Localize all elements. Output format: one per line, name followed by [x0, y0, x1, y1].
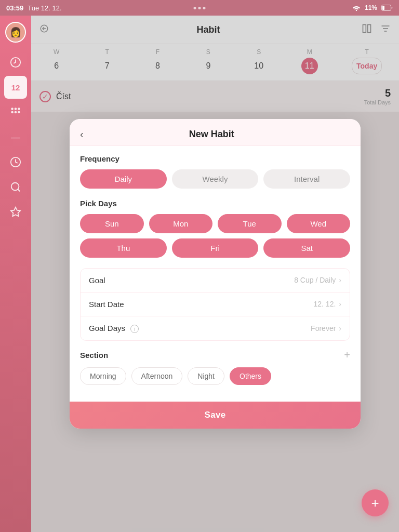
start-date-row[interactable]: Start Date 12. 12. › [81, 292, 350, 316]
status-date: Tue 12. 12. [28, 4, 61, 12]
svg-marker-13 [11, 207, 20, 216]
svg-point-0 [356, 10, 357, 11]
day-fri-button[interactable]: Fri [172, 238, 259, 258]
tag-night[interactable]: Night [188, 367, 224, 385]
wifi-icon [352, 5, 361, 11]
start-date-value: 12. 12. [314, 300, 336, 308]
battery-icon [381, 5, 393, 11]
status-time: 03:59 [6, 4, 23, 12]
svg-point-6 [18, 108, 20, 110]
start-date-chevron: › [339, 300, 341, 308]
section-label: Section [80, 351, 108, 360]
svg-point-7 [11, 111, 14, 114]
goal-row[interactable]: Goal 8 Cup / Daily › [81, 269, 350, 292]
goal-days-info-icon: i [130, 325, 139, 333]
section-add-button[interactable]: + [344, 349, 350, 361]
svg-line-12 [18, 189, 20, 191]
sidebar-item-tag[interactable] [4, 201, 27, 223]
frequency-buttons: Daily Weekly Interval [80, 169, 350, 189]
day-wed-button[interactable]: Wed [287, 214, 351, 233]
day-tue-button[interactable]: Tue [218, 214, 282, 233]
svg-point-5 [15, 108, 17, 110]
freq-weekly-button[interactable]: Weekly [172, 169, 259, 189]
history-icon [10, 57, 21, 68]
goal-days-row[interactable]: Goal Days i Forever › [81, 316, 350, 341]
svg-point-4 [11, 108, 14, 110]
goal-label: Goal [89, 276, 294, 285]
status-dots [194, 7, 206, 9]
main-content: Habit W 6 T 7 F [31, 16, 399, 532]
goal-days-label: Goal Days i [89, 324, 311, 334]
section-tags: Morning Afternoon Night Others [80, 367, 350, 385]
day-thu-button[interactable]: Thu [80, 238, 167, 258]
day-mon-button[interactable]: Mon [149, 214, 213, 233]
modal-overlay: ‹ New Habit Frequency Daily Weekly Inter… [31, 16, 399, 532]
fab-icon: + [371, 495, 379, 511]
save-button[interactable]: Save [70, 402, 361, 429]
avatar-face: 👩 [6, 23, 25, 42]
days-grid: Sun Mon Tue Wed Thu Fri Sat [80, 214, 350, 258]
modal-back-button[interactable]: ‹ [80, 128, 84, 140]
sidebar-item-history[interactable] [4, 51, 27, 74]
start-date-label: Start Date [89, 300, 314, 309]
sidebar-item-apps[interactable] [4, 101, 27, 124]
apps-icon [10, 107, 21, 118]
avatar[interactable]: 👩 [5, 22, 26, 43]
svg-point-8 [15, 111, 17, 114]
modal-title: New Habit [90, 129, 334, 140]
calendar-icon: 12 [11, 83, 20, 92]
tag-morning[interactable]: Morning [80, 367, 126, 385]
svg-point-9 [18, 111, 20, 114]
freq-daily-button[interactable]: Daily [80, 169, 167, 189]
day-sun-button[interactable]: Sun [80, 214, 144, 233]
day-sat-button[interactable]: Sat [263, 238, 350, 258]
svg-point-11 [11, 183, 19, 191]
tag-afternoon[interactable]: Afternoon [131, 367, 183, 385]
sidebar-item-search[interactable] [4, 176, 27, 198]
fab-button[interactable]: + [362, 489, 389, 516]
section-header: Section + [80, 349, 350, 361]
frequency-label: Frequency [80, 154, 350, 163]
battery-level: 11% [365, 4, 377, 11]
new-habit-modal: ‹ New Habit Frequency Daily Weekly Inter… [70, 119, 361, 429]
pick-days-label: Pick Days [80, 199, 350, 208]
goal-days-value: Forever [311, 324, 336, 332]
settings-section: Goal 8 Cup / Daily › Start Date 12. 12. … [80, 268, 350, 341]
clock-icon [10, 156, 21, 168]
goal-days-chevron: › [339, 324, 341, 332]
sidebar-item-clock[interactable] [4, 151, 27, 174]
tag-icon [10, 206, 21, 218]
sidebar: 👩 12 — [0, 16, 31, 532]
goal-value: 8 Cup / Daily [294, 276, 336, 284]
svg-rect-2 [382, 6, 384, 10]
sidebar-item-divider: — [4, 126, 27, 149]
tag-others[interactable]: Others [230, 367, 271, 385]
search-icon [10, 181, 21, 193]
modal-body: Frequency Daily Weekly Interval Pick Day… [70, 146, 361, 394]
modal-header: ‹ New Habit [70, 119, 361, 146]
freq-interval-button[interactable]: Interval [263, 169, 350, 189]
status-bar: 03:59 Tue 12. 12. 11% [0, 0, 399, 16]
goal-chevron: › [339, 276, 341, 284]
status-right: 11% [352, 4, 393, 11]
sidebar-item-calendar[interactable]: 12 [4, 76, 27, 99]
